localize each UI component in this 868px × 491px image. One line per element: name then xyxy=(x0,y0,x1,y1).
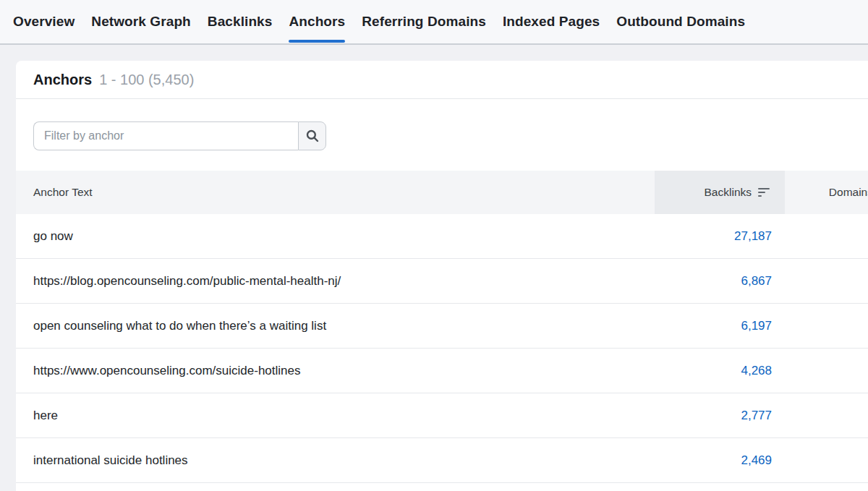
tab-outbound-domains[interactable]: Outbound Domains xyxy=(616,0,745,43)
anchor-text-cell: open counseling what to do when there’s … xyxy=(16,304,655,348)
table-row: international suicide hotlines2,469 xyxy=(16,438,868,483)
table-row: go now27,187 xyxy=(16,214,868,259)
panel-header: Anchors 1 - 100 (5,450) xyxy=(16,61,868,99)
domains-cell xyxy=(785,393,868,437)
table-row: here2,777 xyxy=(16,393,868,438)
backlinks-count-link[interactable]: 2,777 xyxy=(655,393,785,437)
table-header-row: Anchor Text Backlinks Domains xyxy=(16,171,868,214)
filter-row xyxy=(16,99,868,171)
anchor-text-cell: https://www.opencounseling.com/suicide-h… xyxy=(16,349,655,393)
tab-referring-domains[interactable]: Referring Domains xyxy=(362,0,486,43)
table-row: https://blog.opencounseling.com/public-m… xyxy=(16,259,868,304)
anchor-text-cell: here xyxy=(16,393,655,437)
tab-backlinks[interactable]: Backlinks xyxy=(208,0,273,43)
page-title: Anchors xyxy=(33,72,92,88)
backlinks-count-link[interactable]: 6,197 xyxy=(655,304,785,348)
backlinks-count-link[interactable]: 2,469 xyxy=(655,438,785,482)
tab-network-graph[interactable]: Network Graph xyxy=(91,0,191,43)
tab-indexed-pages[interactable]: Indexed Pages xyxy=(503,0,600,43)
backlink-analytics-page: OverviewNetwork GraphBacklinksAnchorsRef… xyxy=(0,0,868,491)
table-body: go now27,187https://blog.opencounseling.… xyxy=(16,214,868,483)
anchor-text-cell: https://blog.opencounseling.com/public-m… xyxy=(16,259,655,303)
tab-overview[interactable]: Overview xyxy=(13,0,75,43)
table-row: https://www.opencounseling.com/suicide-h… xyxy=(16,349,868,393)
anchors-panel: Anchors 1 - 100 (5,450) Anchor Text xyxy=(16,61,868,491)
anchor-text-cell: international suicide hotlines xyxy=(16,438,655,482)
domains-cell xyxy=(785,259,868,303)
table-row: open counseling what to do when there’s … xyxy=(16,304,868,349)
partial-next-row xyxy=(16,483,868,491)
sort-descending-icon xyxy=(758,188,770,197)
column-header-anchor-text[interactable]: Anchor Text xyxy=(16,171,655,214)
column-header-domains-label: Domains xyxy=(829,186,868,199)
tab-bar: OverviewNetwork GraphBacklinksAnchorsRef… xyxy=(0,0,868,45)
backlinks-count-link[interactable]: 27,187 xyxy=(655,214,785,258)
result-range: 1 - 100 (5,450) xyxy=(99,72,194,88)
domains-cell xyxy=(785,438,868,482)
column-header-backlinks-label: Backlinks xyxy=(705,186,752,199)
column-header-backlinks[interactable]: Backlinks xyxy=(655,171,785,214)
filter-input[interactable] xyxy=(33,121,298,150)
domains-cell xyxy=(785,214,868,258)
domains-cell xyxy=(785,304,868,348)
domains-cell xyxy=(785,349,868,393)
anchors-table: Anchor Text Backlinks Domains go now27,1… xyxy=(16,171,868,491)
filter-search-button[interactable] xyxy=(298,121,326,150)
search-icon xyxy=(305,129,320,143)
anchor-text-cell: go now xyxy=(16,214,655,258)
page-body: Anchors 1 - 100 (5,450) Anchor Text xyxy=(0,45,868,491)
tab-anchors[interactable]: Anchors xyxy=(289,0,345,43)
anchor-filter-group xyxy=(33,121,326,150)
backlinks-count-link[interactable]: 6,867 xyxy=(655,259,785,303)
backlinks-count-link[interactable]: 4,268 xyxy=(655,349,785,393)
column-header-domains[interactable]: Domains xyxy=(785,171,868,214)
